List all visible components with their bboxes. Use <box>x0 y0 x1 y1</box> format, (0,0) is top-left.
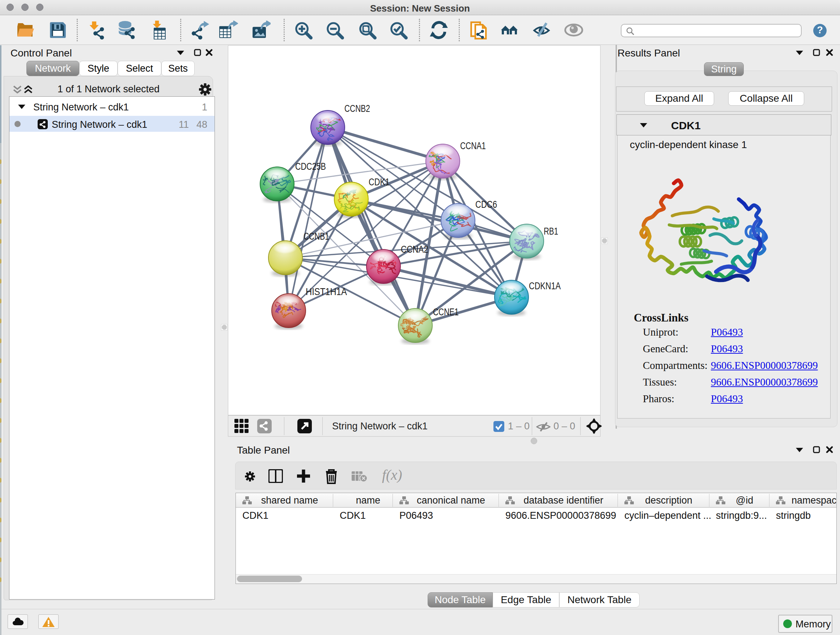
svg-text:CCNE1: CCNE1 <box>433 307 459 318</box>
svg-text:RB1: RB1 <box>544 226 558 237</box>
svg-text:CDC6: CDC6 <box>475 199 497 210</box>
svg-text:HIST1H1A: HIST1H1A <box>306 287 347 297</box>
svg-text:CDC25B: CDC25B <box>295 161 326 172</box>
svg-text:CCNB2: CCNB2 <box>344 103 370 114</box>
svg-text:CCNA1: CCNA1 <box>460 141 486 151</box>
svg-text:CDK1: CDK1 <box>369 177 390 187</box>
svg-text:CCNB1: CCNB1 <box>303 231 329 242</box>
svg-text:CCNA2: CCNA2 <box>401 244 428 255</box>
svg-text:CDKN1A: CDKN1A <box>529 280 561 291</box>
